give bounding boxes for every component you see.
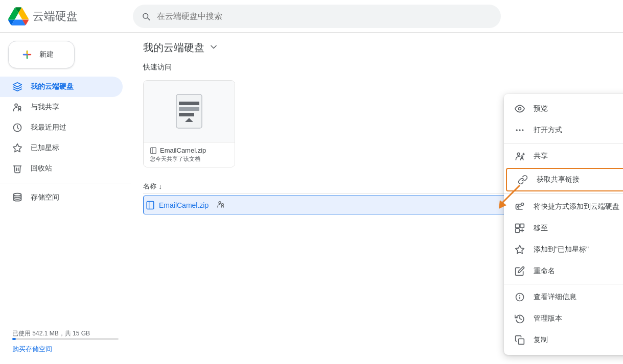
recent-icon	[12, 123, 22, 133]
menu-label-copy: 复制	[534, 335, 623, 345]
menu-item-rename[interactable]: 重命名	[504, 260, 623, 282]
svg-point-21	[519, 129, 520, 131]
sidebar-label-recent: 我最近用过	[31, 123, 66, 132]
menu-item-open-with[interactable]: 打开方式 ›	[504, 119, 623, 141]
sidebar-label-trash: 回收站	[31, 164, 52, 173]
sidebar-item-trash[interactable]: 回收站	[0, 158, 123, 179]
menu-label-rename: 重命名	[534, 266, 623, 276]
svg-point-22	[516, 129, 518, 131]
main-content: 我的云端硬盘 快速访问	[131, 33, 623, 364]
sidebar-item-my-drive[interactable]: 我的云端硬盘	[0, 77, 123, 97]
menu-divider-1	[504, 143, 623, 143]
menu-item-add-shortcut[interactable]: 将快捷方式添加到云端硬盘	[504, 196, 623, 217]
file-card-thumb	[144, 81, 235, 142]
starred-icon	[12, 143, 22, 153]
menu-item-get-link[interactable]: 获取共享链接	[506, 168, 623, 191]
header: 云端硬盘	[0, 0, 623, 33]
my-drive-icon	[12, 82, 22, 92]
sidebar-item-starred[interactable]: 已加星标	[0, 138, 123, 158]
storage-bar-bg	[12, 338, 119, 340]
menu-item-copy[interactable]: 复制	[504, 329, 623, 351]
logo-area: 云端硬盘	[8, 6, 121, 27]
svg-point-4	[15, 104, 17, 106]
sidebar-divider	[0, 183, 131, 183]
svg-marker-34	[516, 246, 524, 254]
quick-access-label: 快速访问	[143, 63, 611, 72]
storage-icon	[12, 192, 22, 203]
app-title: 云端硬盘	[33, 9, 78, 24]
menu-divider-3	[504, 284, 623, 284]
shared-icon	[12, 102, 22, 112]
file-card[interactable]: EmailCamel.zip 您今天共享了该文档	[143, 80, 235, 167]
svg-point-5	[18, 106, 21, 109]
plus-icon	[21, 48, 33, 61]
menu-item-share[interactable]: 共享	[504, 145, 623, 167]
svg-marker-7	[13, 144, 22, 152]
svg-point-24	[517, 153, 520, 155]
menu-label-get-link: 获取共享链接	[537, 175, 623, 184]
trash-icon	[12, 163, 22, 174]
file-card-name: EmailCamel.zip	[150, 147, 228, 154]
search-input[interactable]	[157, 12, 493, 21]
sidebar-item-shared[interactable]: 与我共享	[0, 97, 123, 117]
menu-divider-2	[504, 193, 623, 194]
title-dropdown-icon[interactable]	[209, 42, 219, 54]
menu-label-add-star: 添加到"已加星标"	[534, 245, 623, 254]
menu-label-manage-versions: 管理版本	[534, 314, 623, 323]
svg-rect-38	[519, 339, 524, 345]
svg-rect-10	[179, 102, 199, 105]
menu-item-add-star[interactable]: 添加到"已加星标"	[504, 239, 623, 260]
svg-rect-12	[179, 113, 194, 116]
history-icon	[514, 313, 525, 324]
new-button[interactable]: 新建	[8, 41, 75, 68]
buy-storage-link[interactable]: 购买存储空间	[12, 345, 52, 353]
file-share-icon	[217, 200, 225, 210]
svg-rect-32	[520, 224, 524, 228]
file-row-zip-icon	[146, 201, 155, 210]
sidebar-label-starred: 已加星标	[31, 143, 59, 153]
page-title-row: 我的云端硬盘	[143, 41, 611, 55]
svg-rect-9	[176, 94, 202, 128]
sidebar-label-storage: 存储空间	[31, 193, 59, 202]
copy-icon	[514, 334, 525, 346]
menu-label-info: 查看详细信息	[534, 293, 623, 302]
menu-item-preview[interactable]: 预览	[504, 98, 623, 119]
shortcut-icon	[514, 201, 525, 212]
svg-rect-11	[179, 107, 199, 111]
svg-point-25	[521, 156, 523, 157]
sidebar-item-recent[interactable]: 我最近用过	[0, 117, 123, 138]
sort-icon: ↓	[158, 182, 162, 190]
svg-point-23	[522, 129, 523, 131]
rename-icon	[514, 265, 525, 277]
file-zip-icon	[150, 147, 157, 154]
svg-point-19	[222, 204, 224, 206]
move-icon	[514, 223, 525, 234]
sidebar-item-storage[interactable]: 存储空间	[0, 187, 123, 208]
storage-section: 已使用 542.1 MB，共 15 GB 购买存储空间	[0, 323, 131, 360]
sidebar-label-shared: 与我共享	[31, 103, 59, 112]
storage-used-text: 已使用 542.1 MB，共 15 GB	[12, 329, 119, 338]
svg-point-20	[519, 108, 521, 110]
svg-point-18	[219, 202, 221, 204]
menu-item-info[interactable]: 查看详细信息	[504, 286, 623, 308]
storage-bar-fill	[12, 338, 16, 340]
file-card-info: EmailCamel.zip 您今天共享了该文档	[144, 142, 235, 167]
sidebar: 新建 我的云端硬盘 与我共享	[0, 33, 131, 364]
menu-item-move-to[interactable]: 移至	[504, 217, 623, 239]
zip-thumb-icon	[174, 93, 204, 129]
eye-icon	[514, 103, 525, 114]
menu-item-manage-versions[interactable]: 管理版本	[504, 308, 623, 329]
link-icon	[517, 174, 528, 185]
star-icon	[514, 244, 525, 255]
menu-label-move-to: 移至	[534, 224, 623, 233]
share-icon	[514, 151, 525, 162]
svg-point-8	[14, 193, 21, 196]
svg-rect-14	[151, 148, 156, 154]
new-button-label: 新建	[39, 50, 54, 59]
file-card-date: 您今天共享了该文档	[150, 155, 228, 163]
info-icon	[514, 292, 525, 303]
page-title: 我的云端硬盘	[143, 41, 204, 55]
search-bar[interactable]	[133, 5, 501, 28]
layout: 新建 我的云端硬盘 与我共享	[0, 33, 623, 364]
menu-label-open-with: 打开方式	[534, 126, 623, 135]
